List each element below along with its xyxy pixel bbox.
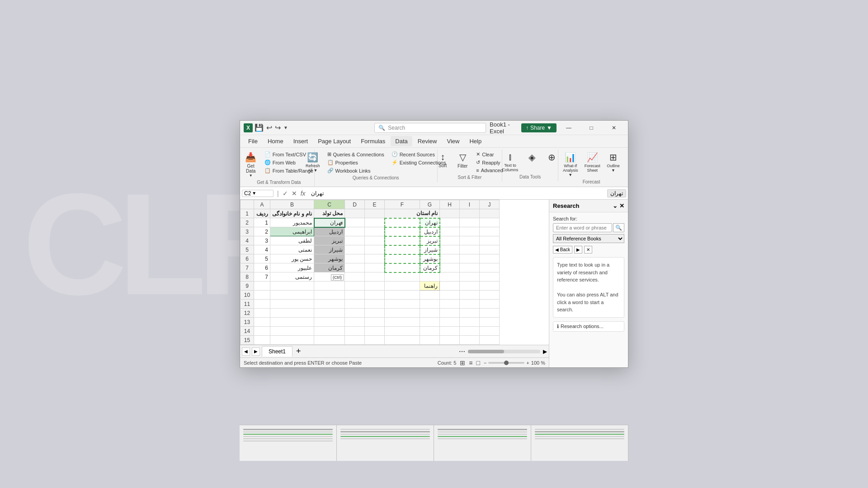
cell-e3[interactable] [365,227,385,236]
cell-f1[interactable]: نام استان [385,209,440,218]
cell-h1[interactable] [440,209,460,218]
cell-a6[interactable]: 5 [254,254,270,263]
row-num[interactable]: 12 [241,309,254,318]
menu-file[interactable]: File [244,136,262,146]
cell-e1[interactable] [365,209,385,218]
cell-g7[interactable]: کرمان [420,263,440,272]
zoom-out-button[interactable]: − [484,360,486,366]
cell-a8[interactable]: 7 [254,272,270,282]
sheet-tab-sheet1[interactable]: Sheet1 [262,346,292,357]
sheet-table-wrapper[interactable]: A B C D E F G H I J [240,200,549,345]
menu-data[interactable]: Data [391,136,412,146]
col-header-j[interactable]: J [480,200,500,209]
paste-popup[interactable]: (Ctrl) [331,274,344,280]
cell-d8[interactable] [345,272,365,282]
row-num[interactable]: 8 [241,272,254,282]
cell-c5[interactable]: شیراز [314,245,345,254]
sheet-nav-next[interactable]: ▶ [252,347,260,356]
cell-reference-display[interactable]: C2 [244,190,251,197]
close-button[interactable]: ✕ [604,121,624,135]
cell-i8[interactable] [460,272,480,282]
research-search-button[interactable]: 🔍 [613,223,624,232]
cell-d5[interactable] [345,245,365,254]
col-header-b[interactable]: B [270,200,314,209]
cell-h4[interactable] [440,236,460,245]
research-collapse-icon[interactable]: ⌄ [613,202,618,209]
cell-f3[interactable] [385,227,420,236]
cell-j6[interactable] [480,254,500,263]
menu-view[interactable]: View [442,136,464,146]
cell-j7[interactable] [480,263,500,272]
cell-c4[interactable]: تبریز [314,236,345,245]
cell-c2[interactable]: تهران ▼ [314,218,345,227]
zoom-in-button[interactable]: + [526,360,529,366]
cell-g4[interactable]: تبریز [420,236,440,245]
cell-i1[interactable] [460,209,480,218]
formula-cancel-icon[interactable]: ✕ [292,190,297,197]
menu-help[interactable]: Help [465,136,486,146]
share-button[interactable]: ↑ Share ▼ [521,123,557,132]
cell-d4[interactable] [345,236,365,245]
scroll-right-button[interactable]: ▶ [543,348,547,355]
formula-fx-icon[interactable]: fx [301,190,306,197]
customize-icon[interactable]: ▼ [283,125,288,130]
cell-f7[interactable] [385,263,420,272]
col-header-e[interactable]: E [365,200,385,209]
cell-g3[interactable]: اردبیل [420,227,440,236]
cell-b2[interactable]: محمدپور [270,218,314,227]
row-num[interactable]: 4 [241,236,254,245]
get-data-button[interactable]: 📥 Get Data ▼ [242,150,260,179]
col-header-f[interactable]: F [385,200,420,209]
row-num[interactable]: 5 [241,245,254,254]
workbook-links-button[interactable]: 🔗 Workbook Links [325,167,387,174]
cell-h7[interactable] [440,263,460,272]
save-icon[interactable]: 💾 [255,123,264,132]
cell-f5[interactable] [385,245,420,254]
cell-j2[interactable] [480,218,500,227]
cell-j3[interactable] [480,227,500,236]
page-layout-icon[interactable]: ≡ [469,359,472,366]
menu-page-layout[interactable]: Page Layout [313,136,355,146]
cell-j4[interactable] [480,236,500,245]
cell-e4[interactable] [365,236,385,245]
cell-a2[interactable]: 1 [254,218,270,227]
col-header-g[interactable]: G [420,200,440,209]
row-num[interactable]: 6 [241,254,254,263]
research-options-button[interactable]: ℹ Research options... [553,321,624,332]
col-header-h[interactable]: H [440,200,460,209]
cell-f2[interactable] [385,218,420,227]
cell-c1[interactable]: محل تولد [314,209,345,218]
cell-a7[interactable]: 6 [254,263,270,272]
cell-b6[interactable]: حسن پور [270,254,314,263]
filter-button[interactable]: ▽ Filter [453,150,472,170]
queries-connections-button[interactable]: ⊞ Queries & Connections [325,150,387,158]
sheet-nav-prev[interactable]: ◀ [242,347,250,356]
cell-b8[interactable]: رستمی [270,272,314,282]
horizontal-scrollbar[interactable] [468,350,540,353]
formula-check-icon[interactable]: ✓ [283,190,288,197]
cell-d1[interactable] [345,209,365,218]
zoom-slider[interactable] [488,362,524,364]
cell-g6[interactable]: بوشهر [420,254,440,263]
cell-i4[interactable] [460,236,480,245]
cell-b7[interactable]: علیپور [270,263,314,272]
menu-review[interactable]: Review [413,136,442,146]
cell-i2[interactable] [460,218,480,227]
cell-h5[interactable] [440,245,460,254]
cell-h9[interactable] [440,282,460,291]
formula-content[interactable]: تهران [311,190,324,197]
redo-icon[interactable]: ↪ [275,123,281,132]
cell-a3[interactable]: 2 [254,227,270,236]
col-header-c[interactable]: C [314,200,345,209]
research-search-input[interactable] [553,223,612,232]
cell-d7[interactable] [345,263,365,272]
row-num[interactable]: 14 [241,327,254,336]
cell-f8[interactable] [385,272,420,282]
normal-view-icon[interactable]: ⊞ [460,359,465,366]
cell-b4[interactable]: لطفی [270,236,314,245]
cell-e9[interactable] [365,282,385,291]
menu-insert[interactable]: Insert [289,136,313,146]
cell-f9[interactable] [385,282,420,291]
cell-e5[interactable] [365,245,385,254]
cell-d9[interactable] [345,282,365,291]
